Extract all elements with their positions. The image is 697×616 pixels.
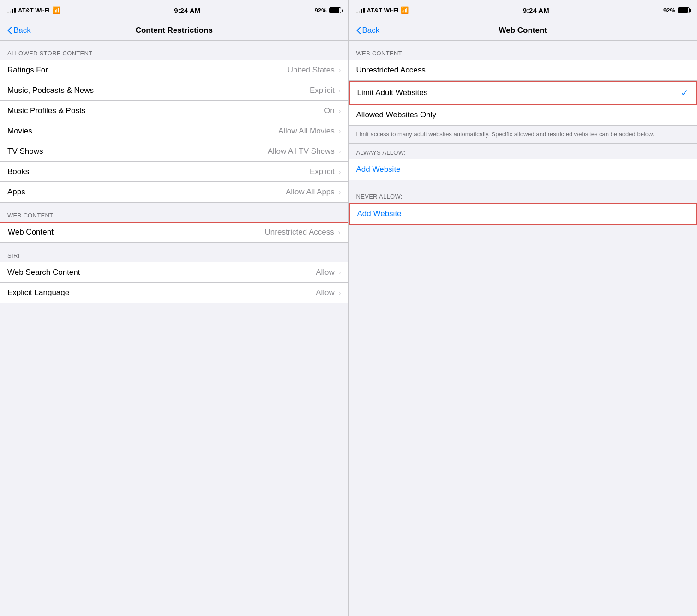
movies-chevron: › (339, 127, 341, 135)
back-button-right[interactable]: Back (356, 26, 380, 35)
ratings-for-value-group: United States › (288, 66, 341, 75)
back-button-left[interactable]: Back (7, 26, 31, 35)
ratings-for-label: Ratings For (7, 66, 48, 75)
movies-row[interactable]: Movies Allow All Movies › (0, 121, 348, 141)
music-podcasts-chevron: › (339, 87, 341, 94)
section-header-siri: SIRI (0, 243, 348, 262)
wifi-icon-right: 📶 (401, 6, 409, 14)
right-panel: AT&T Wi-Fi 📶 9:24 AM 92% Back Web Conten… (349, 0, 697, 616)
nav-title-left: Content Restrictions (136, 26, 213, 35)
unrestricted-access-option[interactable]: Unrestricted Access (349, 60, 697, 81)
allowed-store-list: Ratings For United States › Music, Podca… (0, 60, 348, 203)
battery-icon-right (678, 7, 690, 13)
never-allow-add-website-label: Add Website (357, 209, 402, 218)
always-allow-add-website-row[interactable]: Add Website (349, 159, 697, 180)
music-podcasts-row[interactable]: Music, Podcasts & News Explicit › (0, 80, 348, 101)
web-search-content-value: Allow (316, 268, 335, 277)
web-content-chevron: › (338, 229, 341, 236)
web-search-content-chevron: › (339, 269, 341, 276)
apps-label: Apps (7, 187, 25, 197)
section-header-web-content: WEB CONTENT (0, 203, 348, 222)
music-profiles-chevron: › (339, 107, 341, 115)
battery-icon-left (329, 7, 341, 13)
apps-value-group: Allow All Apps › (286, 187, 341, 197)
never-allow-header: NEVER ALLOW: (349, 187, 697, 203)
web-content-row[interactable]: Web Content Unrestricted Access › (0, 222, 348, 242)
tv-shows-chevron: › (339, 148, 341, 155)
explicit-language-value-group: Allow › (316, 288, 341, 297)
battery-percent-left: 92% (314, 7, 326, 14)
web-content-list: Web Content Unrestricted Access › (0, 222, 348, 243)
limit-adult-websites-option[interactable]: Limit Adult Websites ✓ (349, 81, 697, 105)
music-podcasts-value-group: Explicit › (310, 86, 341, 95)
explicit-language-value: Allow (316, 288, 335, 297)
books-value-group: Explicit › (310, 167, 341, 176)
allowed-websites-only-label: Allowed Websites Only (356, 110, 437, 120)
music-podcasts-value: Explicit (310, 86, 335, 95)
tv-shows-label: TV Shows (7, 147, 43, 156)
time-label-right: 9:24 AM (523, 6, 549, 14)
never-allow-add-website-row[interactable]: Add Website (349, 203, 697, 225)
nav-title-right: Web Content (499, 26, 547, 35)
web-search-content-value-group: Allow › (316, 268, 341, 277)
explicit-language-row[interactable]: Explicit Language Allow › (0, 283, 348, 303)
web-content-label: Web Content (8, 228, 54, 237)
tv-shows-value: Allow All TV Shows (268, 147, 335, 156)
apps-chevron: › (339, 188, 341, 196)
allowed-websites-only-option[interactable]: Allowed Websites Only (349, 105, 697, 125)
ratings-for-chevron: › (339, 66, 341, 74)
movies-value-group: Allow All Movies › (278, 127, 341, 136)
status-right-left: 92% (314, 7, 341, 14)
signal-icon (7, 7, 16, 13)
section-header-allowed-store: ALLOWED STORE CONTENT (0, 41, 348, 60)
web-search-content-row[interactable]: Web Search Content Allow › (0, 262, 348, 283)
nav-bar-left: Back Content Restrictions (0, 20, 348, 41)
signal-icon-right (356, 7, 365, 13)
unrestricted-access-label: Unrestricted Access (356, 66, 426, 75)
ratings-for-value: United States (288, 66, 335, 75)
music-profiles-value: On (324, 106, 335, 115)
books-label: Books (7, 167, 29, 176)
nav-bar-right: Back Web Content (349, 20, 697, 41)
music-profiles-label: Music Profiles & Posts (7, 106, 85, 115)
web-content-value: Unrestricted Access (265, 228, 334, 237)
limit-adult-websites-label: Limit Adult Websites (357, 88, 428, 97)
tv-shows-row[interactable]: TV Shows Allow All TV Shows › (0, 141, 348, 162)
web-search-content-label: Web Search Content (7, 268, 80, 277)
back-label-left: Back (13, 26, 31, 35)
movies-value: Allow All Movies (278, 127, 335, 136)
siri-list: Web Search Content Allow › Explicit Lang… (0, 262, 348, 303)
status-right-right: 92% (663, 7, 690, 14)
explicit-language-label: Explicit Language (7, 288, 69, 297)
wifi-icon: 📶 (52, 6, 60, 14)
web-content-value-group: Unrestricted Access › (265, 228, 341, 237)
carrier-label: AT&T Wi-Fi (18, 7, 50, 14)
music-profiles-row[interactable]: Music Profiles & Posts On › (0, 101, 348, 121)
explicit-language-chevron: › (339, 289, 341, 296)
movies-label: Movies (7, 127, 32, 136)
checkmark-icon: ✓ (681, 87, 689, 98)
status-bar-right: AT&T Wi-Fi 📶 9:24 AM 92% (349, 0, 697, 20)
web-content-section-header: WEB CONTENT (349, 41, 697, 60)
apps-row[interactable]: Apps Allow All Apps › (0, 182, 348, 202)
back-label-right: Back (362, 26, 380, 35)
left-panel: AT&T Wi-Fi 📶 9:24 AM 92% Back Content Re… (0, 0, 348, 616)
books-value: Explicit (310, 167, 335, 176)
always-allow-add-website-label: Add Website (356, 165, 401, 174)
status-left: AT&T Wi-Fi 📶 (7, 6, 60, 14)
status-left-right: AT&T Wi-Fi 📶 (356, 6, 409, 14)
time-label-left: 9:24 AM (174, 6, 200, 14)
books-row[interactable]: Books Explicit › (0, 162, 348, 182)
description-box: Limit access to many adult websites auto… (349, 126, 697, 144)
music-podcasts-label: Music, Podcasts & News (7, 86, 94, 95)
carrier-label-right: AT&T Wi-Fi (367, 7, 399, 14)
always-allow-header: ALWAYS ALLOW: (349, 144, 697, 159)
music-profiles-value-group: On › (324, 106, 341, 115)
web-content-options-list: Unrestricted Access Limit Adult Websites… (349, 60, 697, 126)
status-bar-left: AT&T Wi-Fi 📶 9:24 AM 92% (0, 0, 348, 20)
books-chevron: › (339, 168, 341, 175)
battery-percent-right: 92% (663, 7, 675, 14)
tv-shows-value-group: Allow All TV Shows › (268, 147, 341, 156)
ratings-for-row[interactable]: Ratings For United States › (0, 60, 348, 80)
apps-value: Allow All Apps (286, 187, 335, 197)
